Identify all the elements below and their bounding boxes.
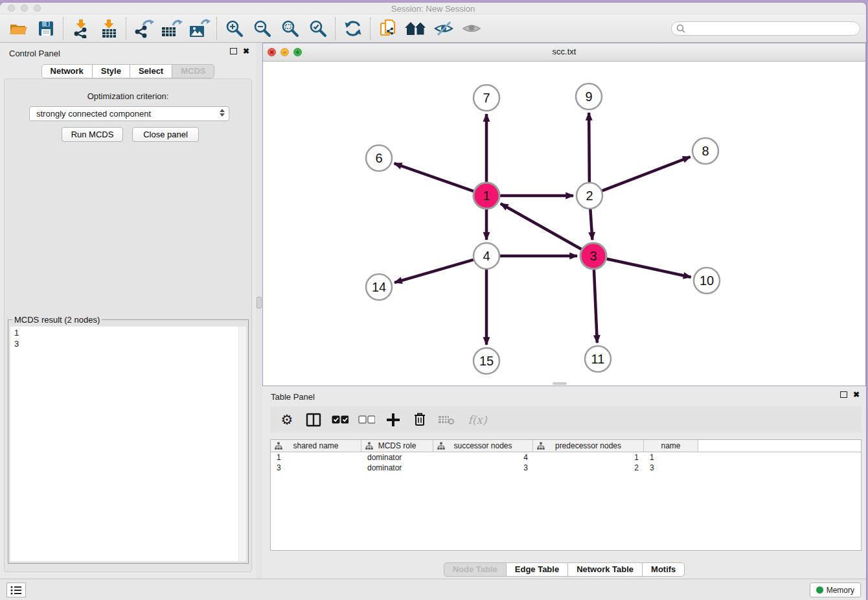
tab-edge-table[interactable]: Edge Table	[507, 562, 568, 577]
toolbar-separator	[126, 17, 126, 40]
column-header-MCDS-role[interactable]: MCDS role	[361, 440, 433, 452]
cell-MCDS-role[interactable]: dominator	[361, 463, 433, 473]
tab-select[interactable]: Select	[130, 64, 172, 78]
task-history-button[interactable]	[6, 583, 26, 597]
deselect-all-checkboxes-icon[interactable]	[358, 411, 375, 428]
run-mcds-button[interactable]: Run MCDS	[62, 127, 123, 142]
node-3[interactable]: 3	[580, 243, 606, 269]
zoom-out-icon[interactable]	[248, 16, 276, 41]
edge-4-14[interactable]	[394, 260, 474, 283]
node-2[interactable]: 2	[577, 183, 602, 209]
edge-3-11[interactable]	[594, 270, 597, 343]
node-10[interactable]: 10	[694, 268, 720, 294]
column-header-name[interactable]: name	[644, 440, 698, 452]
cell-shared-name[interactable]: 3	[271, 463, 361, 473]
edge-3-1[interactable]	[501, 203, 582, 249]
node-7[interactable]: 7	[474, 85, 499, 111]
edge-2-3[interactable]	[590, 209, 592, 240]
column-header-successor-nodes[interactable]: successor nodes	[433, 440, 533, 452]
criterion-select[interactable]: strongly connected component	[29, 106, 229, 121]
cell-predecessor-nodes[interactable]: 2	[533, 463, 644, 473]
tab-network[interactable]: Network	[41, 64, 93, 78]
search-input[interactable]	[688, 24, 860, 33]
edge-1-6[interactable]	[394, 163, 474, 191]
cell-predecessor-nodes[interactable]: 1	[533, 452, 644, 463]
zoom-fit-icon[interactable]	[276, 16, 304, 41]
cell-successor-nodes[interactable]: 3	[433, 463, 533, 473]
control-panel-title: Control Panel	[9, 49, 60, 58]
app-window: Session: New Session	[0, 3, 866, 600]
close-table-panel-icon[interactable]: ✖	[853, 391, 860, 398]
cell-name[interactable]: 1	[644, 452, 698, 463]
import-table-icon[interactable]	[95, 16, 122, 41]
tab-network-table[interactable]: Network Table	[568, 562, 643, 577]
open-session-icon[interactable]	[4, 16, 32, 41]
memory-button[interactable]: Memory	[810, 583, 861, 597]
close-panel-button[interactable]: Close panel	[132, 127, 199, 142]
status-bar: Memory	[0, 579, 866, 600]
delete-table-icon[interactable]	[438, 411, 455, 428]
column-settings-icon[interactable]: ⚙	[279, 411, 295, 428]
network-hscroll-handle[interactable]	[553, 382, 567, 385]
node-9[interactable]: 9	[576, 84, 602, 110]
import-network-icon[interactable]	[67, 16, 95, 41]
svg-text:6: 6	[375, 151, 382, 165]
splitter-grip-icon[interactable]	[257, 297, 262, 308]
column-namespace-icon	[437, 442, 445, 450]
tab-mcds[interactable]: MCDS	[172, 64, 214, 78]
result-scrollbar[interactable]	[238, 327, 246, 561]
function-builder-icon[interactable]: f(x)	[464, 411, 490, 428]
hide-selected-icon[interactable]	[429, 16, 457, 41]
new-network-from-selection-icon[interactable]	[374, 16, 402, 41]
split-view-icon[interactable]	[305, 411, 322, 428]
node-table[interactable]: shared nameMCDS rolesuccessor nodesprede…	[270, 439, 862, 551]
export-image-icon[interactable]	[185, 16, 213, 41]
column-header-shared-name[interactable]: shared name	[271, 440, 361, 452]
refresh-icon[interactable]	[339, 16, 367, 41]
select-all-checkboxes-icon[interactable]	[332, 411, 348, 428]
close-panel-icon[interactable]: ✖	[243, 48, 249, 54]
delete-columns-icon[interactable]	[411, 411, 428, 428]
node-15[interactable]: 15	[474, 348, 499, 374]
add-column-icon[interactable]	[385, 411, 402, 428]
zoom-in-icon[interactable]	[220, 16, 248, 41]
first-neighbors-icon[interactable]	[402, 16, 429, 41]
float-panel-icon[interactable]	[230, 48, 237, 54]
tab-style[interactable]: Style	[93, 64, 130, 78]
table-row[interactable]: 1dominator411	[271, 452, 861, 463]
save-session-icon[interactable]	[32, 16, 60, 41]
toolbar-separator	[335, 17, 336, 40]
mcds-result-text[interactable]: 1 3	[10, 327, 246, 561]
zoom-selected-icon[interactable]	[304, 16, 332, 41]
cell-MCDS-role[interactable]: dominator	[361, 452, 433, 463]
edge-3-10[interactable]	[607, 259, 691, 277]
network-window-titlebar: ✕ − + scc.txt	[263, 43, 865, 62]
node-1[interactable]: 1	[474, 183, 499, 209]
export-network-icon[interactable]	[130, 16, 157, 41]
svg-text:14: 14	[372, 280, 386, 294]
float-table-panel-icon[interactable]	[840, 391, 847, 398]
network-window: ✕ − + scc.txt 7968124314101511	[262, 43, 866, 386]
node-11[interactable]: 11	[585, 346, 611, 372]
cell-shared-name[interactable]: 1	[271, 452, 361, 463]
edge-2-9[interactable]	[589, 113, 589, 182]
control-panel-tabs: NetworkStyleSelectMCDS	[0, 64, 256, 78]
node-8[interactable]: 8	[692, 138, 718, 164]
search-field[interactable]	[671, 21, 860, 36]
cell-name[interactable]: 3	[644, 463, 698, 473]
export-table-icon[interactable]	[157, 16, 185, 41]
column-header-predecessor-nodes[interactable]: predecessor nodes	[533, 440, 644, 452]
cell-successor-nodes[interactable]: 4	[433, 452, 533, 463]
node-14[interactable]: 14	[366, 274, 392, 300]
network-canvas[interactable]: 7968124314101511	[263, 62, 865, 386]
edge-2-8[interactable]	[602, 157, 691, 190]
memory-label: Memory	[827, 586, 854, 595]
tab-node-table[interactable]: Node Table	[444, 562, 507, 577]
tab-motifs[interactable]: Motifs	[643, 562, 685, 577]
node-4[interactable]: 4	[474, 243, 499, 269]
table-row[interactable]: 3dominator323	[271, 463, 861, 473]
control-panel: Control Panel ✖ NetworkStyleSelectMCDS O…	[0, 43, 256, 579]
node-6[interactable]: 6	[366, 145, 392, 171]
show-all-icon[interactable]	[457, 16, 485, 41]
panel-splitter[interactable]	[256, 43, 262, 579]
